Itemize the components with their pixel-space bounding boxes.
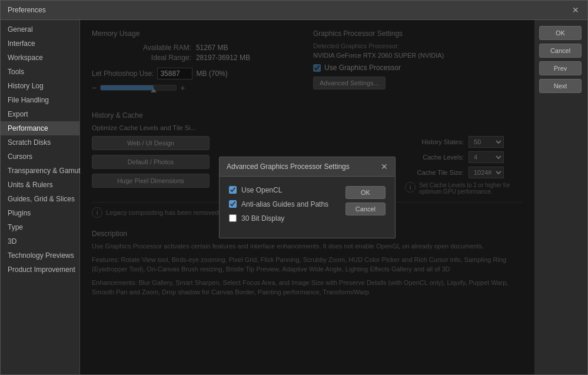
- prev-button[interactable]: Prev: [539, 61, 582, 75]
- modal-body: Use OpenCL Anti-alias Guides and Paths 3…: [220, 177, 395, 238]
- modal-content: Use OpenCL Anti-alias Guides and Paths 3…: [229, 186, 386, 228]
- modal-ok-button[interactable]: OK: [346, 186, 386, 199]
- modal-close-button[interactable]: ✕: [381, 162, 388, 171]
- sidebar-item-tools[interactable]: Tools: [1, 65, 79, 79]
- opencl-row: Use OpenCL: [229, 186, 334, 194]
- advanced-gpu-modal: Advanced Graphics Processor Settings ✕ U…: [219, 157, 396, 238]
- sidebar-item-history-log[interactable]: History Log: [1, 79, 79, 93]
- cancel-button[interactable]: Cancel: [539, 44, 582, 58]
- sidebar-item-export[interactable]: Export: [1, 107, 79, 121]
- sidebar-item-performance[interactable]: Performance: [1, 121, 79, 135]
- bit-display-label: 30 Bit Display: [241, 214, 284, 223]
- opencl-checkbox[interactable]: [229, 186, 237, 194]
- ok-button[interactable]: OK: [539, 26, 582, 40]
- sidebar-item-product-improvement[interactable]: Product Improvement: [1, 263, 79, 277]
- sidebar-item-transparency---gamut[interactable]: Transparency & Gamut: [1, 164, 79, 178]
- modal-overlay: Advanced Graphics Processor Settings ✕ U…: [80, 20, 534, 374]
- modal-title-bar: Advanced Graphics Processor Settings ✕: [220, 157, 395, 177]
- antialias-checkbox[interactable]: [229, 200, 237, 208]
- modal-buttons: OK Cancel: [346, 186, 386, 228]
- main-content: GeneralInterfaceWorkspaceToolsHistory Lo…: [1, 20, 587, 374]
- antialias-label: Anti-alias Guides and Paths: [241, 200, 328, 208]
- sidebar-item-cursors[interactable]: Cursors: [1, 150, 79, 164]
- sidebar-item-workspace[interactable]: Workspace: [1, 51, 79, 65]
- window-title: Preferences: [8, 6, 46, 14]
- sidebar-item-technology-previews[interactable]: Technology Previews: [1, 248, 79, 263]
- sidebar-item-3d[interactable]: 3D: [1, 234, 79, 248]
- sidebar-item-scratch-disks[interactable]: Scratch Disks: [1, 135, 79, 150]
- sidebar: GeneralInterfaceWorkspaceToolsHistory Lo…: [1, 20, 80, 374]
- sidebar-item-guides--grid---slices[interactable]: Guides, Grid & Slices: [1, 192, 79, 206]
- sidebar-item-general[interactable]: General: [1, 22, 79, 36]
- window-close-button[interactable]: ✕: [571, 5, 580, 15]
- modal-checkboxes: Use OpenCL Anti-alias Guides and Paths 3…: [229, 186, 334, 228]
- bit-display-row: 30 Bit Display: [229, 214, 334, 223]
- bit-display-checkbox[interactable]: [229, 214, 237, 222]
- modal-cancel-button[interactable]: Cancel: [346, 203, 386, 215]
- sidebar-item-interface[interactable]: Interface: [1, 36, 79, 51]
- main-panel: Memory Usage Available RAM: 51267 MB Ide…: [80, 20, 534, 374]
- next-button[interactable]: Next: [539, 79, 582, 93]
- opencl-label: Use OpenCL: [241, 186, 282, 194]
- sidebar-item-units---rulers[interactable]: Units & Rulers: [1, 178, 79, 192]
- sidebar-item-plugins[interactable]: Plugins: [1, 206, 79, 220]
- antialias-row: Anti-alias Guides and Paths: [229, 200, 334, 208]
- sidebar-item-type[interactable]: Type: [1, 220, 79, 234]
- sidebar-item-file-handling[interactable]: File Handling: [1, 93, 79, 107]
- title-bar: Preferences ✕: [1, 1, 587, 20]
- modal-title: Advanced Graphics Processor Settings: [227, 162, 350, 171]
- preferences-window: Preferences ✕ GeneralInterfaceWorkspaceT…: [0, 0, 588, 375]
- right-buttons: OK Cancel Prev Next: [534, 20, 587, 374]
